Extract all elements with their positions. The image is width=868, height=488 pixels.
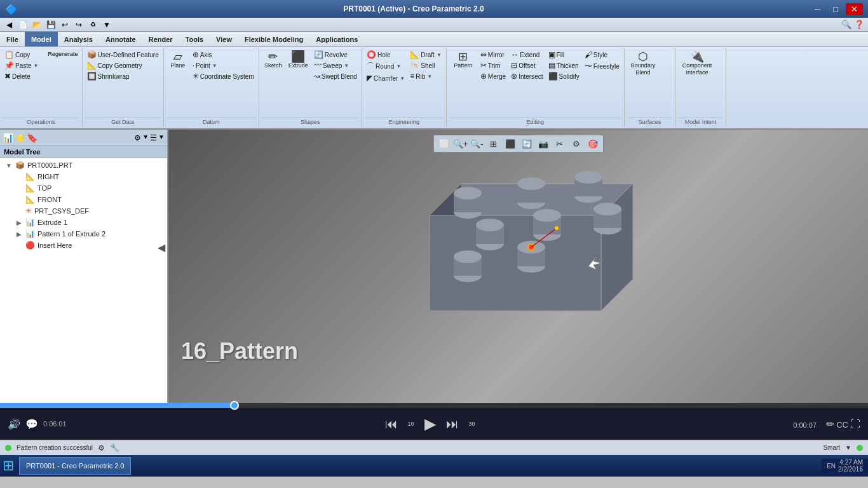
minimize-button[interactable]: ─ <box>810 3 825 15</box>
copy-geometry-button[interactable]: 📐 Copy Geometry <box>85 60 161 71</box>
expand-extrude1[interactable]: ▶ <box>15 219 23 226</box>
qb-regenerate-button[interactable]: ♻ <box>86 19 99 30</box>
shrinkwrap-button[interactable]: 🔲 Shrinkwrap <box>85 71 161 81</box>
tree-item-prt0001[interactable]: ▼ 📦 PRT0001.PRT <box>0 159 167 171</box>
qb-save-button[interactable]: 💾 <box>44 19 57 30</box>
windows-logo[interactable]: ⊞ <box>3 458 14 474</box>
point-button[interactable]: · Point ▼ <box>191 60 256 71</box>
copy-icon: 📋 <box>4 50 14 59</box>
hole-button[interactable]: ⭕ Hole <box>365 50 407 60</box>
menu-applications[interactable]: Applications <box>309 32 364 46</box>
component-interface-button[interactable]: 🔌 ComponentInterface <box>678 50 716 78</box>
plane-button[interactable]: ▱ Plane <box>166 50 189 71</box>
chamfer-button[interactable]: ◤ Chamfer ▼ <box>365 73 407 83</box>
sidebar-dropdown-1[interactable]: ▼ <box>142 133 149 142</box>
edit-button[interactable]: ✏ <box>826 419 834 430</box>
tree-item-top[interactable]: 📐 TOP <box>10 182 167 194</box>
controls-left: 🔊 💬 0:06:01 <box>8 418 67 430</box>
expand-pattern1[interactable]: ▶ <box>15 231 23 238</box>
chat-button[interactable]: 💬 <box>25 418 38 430</box>
delete-button[interactable]: ✖ Delete <box>3 71 41 81</box>
fill-button[interactable]: ▣ Fill <box>546 50 581 60</box>
qb-help-button[interactable]: ❓ <box>853 19 865 30</box>
shell-button[interactable]: 🐚 Shell <box>408 60 444 71</box>
menu-tools[interactable]: Tools <box>179 32 210 46</box>
qb-new-button[interactable]: 📄 <box>17 19 29 30</box>
tree-item-front[interactable]: 📐 FRONT <box>10 194 167 205</box>
swept-blend-button[interactable]: ↝ Swept Blend <box>312 71 359 81</box>
statusbar-dropdown[interactable]: ▼ <box>845 444 851 451</box>
solidify-button[interactable]: ⬛ Solidify <box>546 71 581 81</box>
revolve-button[interactable]: 🔄 Revolve <box>312 50 359 60</box>
menu-file[interactable]: File <box>0 32 25 46</box>
thicken-button[interactable]: ▤ Thicken <box>546 60 581 71</box>
axis-button[interactable]: ⊕ Axis <box>191 50 256 60</box>
fullscreen-button[interactable]: ⛶ <box>850 419 860 430</box>
datum-top-icon: 📐 <box>25 184 35 193</box>
round-button[interactable]: ⌒ Round ▼ <box>365 60 407 72</box>
qb-open-button[interactable]: 📂 <box>31 19 43 30</box>
menu-render[interactable]: Render <box>142 32 179 46</box>
paste-dropdown[interactable]: ▼ <box>34 63 39 69</box>
qb-redo-button[interactable]: ↪ <box>72 19 85 30</box>
extrude1-icon: 📊 <box>25 218 35 227</box>
sketch-button[interactable]: ✏ Sketch <box>262 50 285 71</box>
expand-icon[interactable]: ▼ <box>5 162 13 169</box>
pattern-button[interactable]: ⊞ Pattern <box>449 50 477 71</box>
point-dropdown[interactable]: ▼ <box>212 63 217 69</box>
sidebar-dropdown-2[interactable]: ▼ <box>158 133 165 142</box>
offset-button[interactable]: ⊟ Offset <box>509 60 545 71</box>
trim-button[interactable]: ✂ Trim <box>478 60 508 71</box>
rib-button[interactable]: ≡ Rib ▼ <box>408 71 444 81</box>
sidebar-collapse-button[interactable]: ◀ <box>158 242 165 253</box>
qb-dropdown-button[interactable]: ▼ <box>100 19 113 30</box>
progress-bar[interactable] <box>0 403 868 408</box>
sidebar-settings-button[interactable]: ⚙ <box>134 133 141 142</box>
rewind-button[interactable]: ⏮ <box>385 417 398 431</box>
tree-item-insert-here[interactable]: 🔴 Insert Here <box>10 240 167 251</box>
close-button[interactable]: ✕ <box>846 3 863 15</box>
sweep-dropdown[interactable]: ▼ <box>344 63 349 69</box>
tree-item-extrude1[interactable]: ▶ 📊 Extrude 1 <box>10 217 167 228</box>
menu-view[interactable]: View <box>210 32 238 46</box>
volume-button[interactable]: 🔊 <box>8 418 20 430</box>
taskbar-app-button[interactable]: PRT0001 - Creo Parametric 2.0 <box>19 457 131 475</box>
menu-flexible-modeling[interactable]: Flexible Modeling <box>238 32 309 46</box>
datum-label: Datum <box>166 118 256 126</box>
ribbon-group-model-intent: 🔌 ComponentInterface Model Intent <box>675 48 726 127</box>
tree-item-pattern1[interactable]: ▶ 📊 Pattern 1 of Extrude 2 <box>10 228 167 240</box>
tree-item-csys[interactable]: ✳ PRT_CSYS_DEF <box>10 205 167 217</box>
merge-button[interactable]: ⊕ Merge <box>478 71 508 81</box>
sidebar-list-button[interactable]: ☰ <box>150 133 157 142</box>
viewport[interactable]: ⬜ 🔍+ 🔍- ⊞ ⬛ 🔄 📷 ✂ ⚙ 🎯 <box>168 130 868 403</box>
sketch-icon: ✏ <box>268 51 278 62</box>
draft-button[interactable]: 📐 Draft ▼ <box>408 50 444 60</box>
play-button[interactable]: ▶ <box>424 415 436 433</box>
copy-button[interactable]: 📋 Copy <box>3 50 41 60</box>
titlebar: 🔷 PRT0001 (Active) - Creo Parametric 2.0… <box>0 0 868 18</box>
caption-button[interactable]: CC <box>836 420 848 430</box>
menu-analysis[interactable]: Analysis <box>58 32 99 46</box>
intersect-button[interactable]: ⊗ Intersect <box>509 71 545 81</box>
paste-button[interactable]: 📌 Paste ▼ <box>3 60 41 71</box>
tree-item-right[interactable]: 📐 RIGHT <box>10 171 167 182</box>
mirror-button[interactable]: ⇔ Mirror <box>478 50 508 60</box>
qb-back-button[interactable]: ◀ <box>3 19 15 30</box>
regenerate-button[interactable]: Regenerate <box>47 50 79 58</box>
smart-label: Smart <box>823 444 840 451</box>
boundary-blend-button[interactable]: ⬡ BoundaryBlend <box>627 50 659 78</box>
quick-access-toolbar: ◀ 📄 📂 💾 ↩ ↪ ♻ ▼ 🔍 ❓ <box>0 18 868 32</box>
freestyle-button[interactable]: 〜 Freestyle <box>583 60 621 72</box>
menu-annotate[interactable]: Annotate <box>99 32 142 46</box>
progress-thumb[interactable] <box>230 401 239 410</box>
user-defined-feature-button[interactable]: 📦 User-Defined Feature <box>85 50 161 60</box>
maximize-button[interactable]: □ <box>828 3 843 15</box>
qb-undo-button[interactable]: ↩ <box>58 19 71 30</box>
extend-button[interactable]: ↔ Extend <box>509 50 545 60</box>
menu-model[interactable]: Model <box>25 32 58 46</box>
style-button[interactable]: 🖌 Style <box>583 50 621 60</box>
coordinate-system-button[interactable]: ✳ Coordinate System <box>191 71 256 81</box>
sweep-button[interactable]: 〰 Sweep ▼ <box>312 60 359 71</box>
extrude-button[interactable]: ⬛ Extrude <box>286 50 311 71</box>
forward-button[interactable]: ⏭ <box>446 417 459 431</box>
